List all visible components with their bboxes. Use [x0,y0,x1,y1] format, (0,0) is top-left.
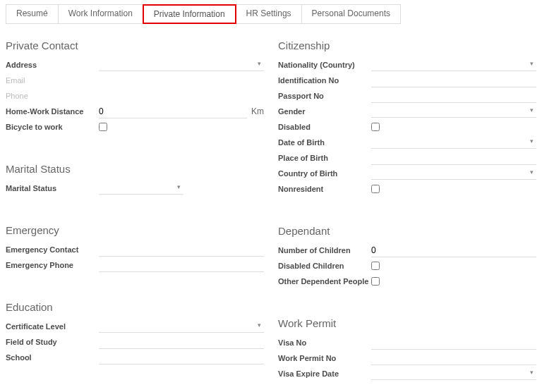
label-gender: Gender [278,107,371,116]
section-education: Education Certificate Level ▾ Field of S… [6,301,264,365]
label-country-of-birth: Country of Birth [278,169,371,178]
label-email: Email [6,76,99,85]
distance-unit: Km [251,106,264,116]
section-marital-status: Marital Status Marital Status ▾ [6,163,264,196]
marital-status-field[interactable]: ▾ [99,182,183,195]
label-disabled-children: Disabled Children [278,262,371,270]
label-nationality: Nationality (Country) [278,61,371,69]
section-title-marital-status: Marital Status [6,163,264,175]
chevron-down-icon: ▾ [530,369,534,376]
label-identification-no: Identification No [278,76,371,85]
chevron-down-icon: ▾ [530,137,534,145]
label-passport-no: Passport No [278,92,371,100]
label-field-of-study: Field of Study [6,338,99,346]
certificate-level-field[interactable]: ▾ [99,320,264,333]
emergency-phone-field[interactable] [99,259,264,272]
address-field[interactable]: ▾ [99,59,264,71]
chevron-down-icon: ▾ [530,106,534,114]
label-school: School [6,353,99,362]
label-home-work-distance: Home-Work Distance [6,107,99,116]
section-work-permit: Work Permit Visa No Work Permit No Visa … [278,317,536,381]
chevron-down-icon: ▾ [258,321,261,329]
other-dependent-checkbox[interactable] [371,277,380,286]
country-of-birth-field[interactable]: ▾ [371,167,536,180]
chevron-down-icon: ▾ [530,169,534,176]
section-title-private-contact: Private Contact [6,39,264,51]
label-address: Address [6,61,99,69]
section-title-emergency: Emergency [6,224,264,236]
tab-hr-settings[interactable]: HR Settings [236,4,302,24]
field-of-study-field[interactable] [99,336,264,349]
chevron-down-icon: ▾ [177,183,181,190]
section-title-work-permit: Work Permit [278,317,536,329]
section-private-contact: Private Contact Address ▾ Email Phone Ho… [6,39,264,135]
section-title-dependant: Dependant [278,225,536,237]
label-bicycle-to-work: Bicycle to work [6,123,99,131]
label-visa-expire: Visa Expire Date [278,369,371,378]
gender-field[interactable]: ▾ [371,105,536,118]
date-of-birth-field[interactable]: ▾ [371,136,536,149]
home-work-distance-field[interactable] [99,105,247,118]
label-phone: Phone [6,92,99,100]
label-place-of-birth: Place of Birth [278,154,371,162]
label-nonresident: Nonresident [278,185,371,193]
tab-private-information[interactable]: Private Information [143,4,236,24]
section-dependant: Dependant Number of Children Disabled Ch… [278,225,536,289]
emergency-contact-field[interactable] [99,243,264,257]
chevron-down-icon: ▾ [530,60,534,67]
passport-no-field[interactable] [371,90,536,103]
label-certificate-level: Certificate Level [6,322,99,331]
work-permit-no-field[interactable] [371,352,536,365]
section-emergency: Emergency Emergency Contact Emergency Ph… [6,224,264,273]
nationality-field[interactable]: ▾ [371,59,536,71]
tabs-bar: Resumé Work Information Private Informat… [6,4,536,24]
label-visa-no: Visa No [278,338,371,347]
disabled-checkbox[interactable] [371,123,380,131]
label-other-dependent: Other Dependent People [278,277,371,286]
section-title-education: Education [6,301,264,313]
school-field[interactable] [99,351,264,365]
bicycle-to-work-checkbox[interactable] [99,123,107,131]
section-citizenship: Citizenship Nationality (Country) ▾ Iden… [278,39,536,197]
number-of-children-field[interactable] [371,244,536,257]
tab-personal-documents[interactable]: Personal Documents [301,4,401,24]
label-work-permit-no: Work Permit No [278,354,371,362]
label-marital-status: Marital Status [6,184,99,192]
disabled-children-checkbox[interactable] [371,262,380,270]
nonresident-checkbox[interactable] [371,185,380,193]
label-date-of-birth: Date of Birth [278,138,371,147]
visa-expire-date-field[interactable]: ▾ [371,367,536,380]
place-of-birth-field[interactable] [371,152,536,165]
section-title-citizenship: Citizenship [278,39,536,51]
tab-resume[interactable]: Resumé [6,4,59,24]
label-emergency-contact: Emergency Contact [6,245,99,254]
tab-work-information[interactable]: Work Information [58,4,143,24]
visa-no-field[interactable] [371,336,536,350]
identification-no-field[interactable] [371,74,536,87]
label-number-of-children: Number of Children [278,246,371,255]
chevron-down-icon: ▾ [258,60,261,67]
label-emergency-phone: Emergency Phone [6,261,99,269]
label-disabled: Disabled [278,123,371,131]
